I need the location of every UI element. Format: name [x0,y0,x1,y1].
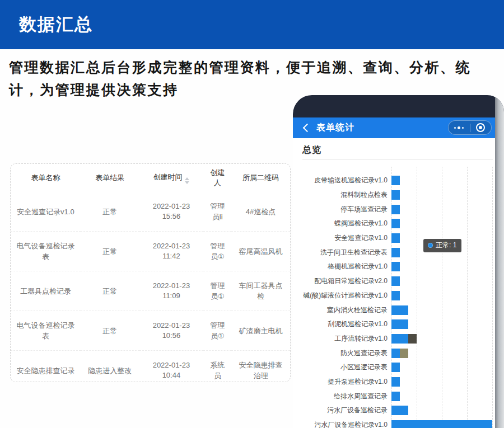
chart-bar-label: 格栅机巡检记录v1.0 [293,262,391,271]
chart-bar[interactable] [391,363,400,372]
exit-button[interactable] [470,121,492,134]
column-header-label: 所属二维码 [242,173,279,182]
chart-bar[interactable] [391,420,492,428]
chart-row: 室内消火栓巡检记录 [293,303,495,317]
cell-name: 安全巡查记录v1.0 [11,192,81,232]
more-button[interactable] [449,121,470,134]
chart-bar[interactable] [391,219,400,228]
chart-bar-label: 混料制粒点检表 [293,190,391,200]
chart-bar-group [391,406,408,415]
column-header: 所属二维码 [231,164,290,192]
phone-screen: 总览 正常: 1 皮带输送机巡检记录v1.0混料制粒点检表停车场巡查记录蝶阀巡检… [293,144,495,428]
chart-bar-label: 停车场巡查记录 [293,205,391,214]
created-clock: 10:56 [144,331,199,341]
table-row[interactable]: 安全巡查记录v1.0正常2022-01-2315:56管理员li4#巡检点 [11,192,290,232]
created-date: 2022-01-23 [144,281,199,291]
chart-bar-label: 皮带输送机巡检记录v1.0 [293,176,391,185]
created-date: 2022-01-23 [144,321,199,331]
back-button[interactable] [301,122,313,134]
chart-bar-label: 安全巡查记录v1.0 [293,233,391,243]
chart-bar[interactable] [391,377,400,387]
column-header-label: 创建时间 [153,173,182,181]
chart-bar[interactable] [391,334,408,344]
chart-bar[interactable] [391,262,400,271]
chart-bar[interactable] [391,392,400,401]
chart-row: 停车场巡查记录 [293,202,495,217]
chart-row: 格栅机巡检记录v1.0 [293,260,495,274]
cell-name: 电气设备巡检记录表 [11,311,81,351]
overview-title: 总览 [302,144,495,156]
chart-bar-label: 刮泥机巡检记录v1.0 [293,319,391,329]
table-row[interactable]: 工器具点检记录正常2022-01-2311:09管理员①车间工器具点检 [11,271,290,311]
chart-bar-group [391,262,400,271]
chart-bar-extra[interactable] [408,334,417,344]
chart-row: 碱(酸)罐液位计巡检记录v1.0 [293,289,495,303]
chart-bar-label: 配电箱日常巡检记录v2.0 [293,276,391,286]
table-row[interactable]: 电气设备巡检记录表正常2022-01-2311:42管理员①窑尾高温风机 [11,232,290,271]
column-header: 表单结果 [81,164,139,192]
ellipsis-icon [458,126,460,129]
chart-bar[interactable] [391,305,408,315]
bar-chart: 正常: 1 皮带输送机巡检记录v1.0混料制粒点检表停车场巡查记录蝶阀巡检记录v… [293,173,495,428]
column-header[interactable]: 创建时间 [139,164,204,192]
chart-bar[interactable] [391,291,400,300]
chart-bar[interactable] [391,319,408,329]
cell-qrcode: 窑尾高温风机 [231,232,290,271]
cell-created-time: 2022-01-2311:42 [139,232,204,271]
created-clock: 11:42 [144,251,199,261]
cell-name: 安全隐患排查记录 [11,351,81,383]
chart-row: 污水厂设备巡检记录 [293,403,495,418]
chart-bar[interactable] [391,276,400,286]
chart-bar-label: 防火巡查记录表 [293,349,391,358]
chart-bar[interactable] [391,248,400,257]
chart-row: 洗手间卫生检查记录表 [293,245,495,260]
chart-row: 混料制粒点检表 [293,188,495,203]
cell-created-time: 2022-01-2315:56 [139,192,204,232]
chart-bar[interactable] [391,233,400,243]
description-text: 管理数据汇总后台形成完整的管理资料，便于追溯、查询、分析、统计，为管理提供决策支… [9,56,496,101]
phone-edge-bezel [495,95,504,428]
chart-bar[interactable] [391,190,400,200]
chart-bar[interactable] [391,176,400,185]
chart-bar-group [391,420,492,428]
chart-bar-group [391,190,400,200]
chart-bar-label: 工序流转记录v1.0 [293,334,391,344]
cell-qrcode: 车间工器具点检 [231,271,290,311]
cell-result: 正常 [81,311,139,351]
chart-bar[interactable] [391,406,408,415]
forms-data-table: 表单名称表单结果创建时间创建人所属二维码 安全巡查记录v1.0正常2022-01… [11,164,290,382]
chart-bar-label: 室内消火栓巡检记录 [293,305,391,315]
capsule-menu [448,120,492,135]
cell-name: 电气设备巡检记录表 [11,232,81,271]
column-header-label: 表单结果 [95,173,124,182]
created-clock: 11:09 [144,291,199,301]
cell-creator: 管理员li [203,192,231,232]
chart-row: 小区巡逻记录表 [293,360,495,375]
created-date: 2022-01-23 [144,241,199,251]
table-row[interactable]: 安全隐患排查记录隐患进入整改2022-01-2310:44系统员安全隐患排查治理 [11,351,290,383]
cell-created-time: 2022-01-2311:09 [139,271,204,311]
chart-bar-group [391,305,408,315]
chart-bar-group [391,319,408,329]
page-title: 数据汇总 [19,13,93,36]
created-clock: 15:56 [144,211,199,222]
tooltip-text: 正常: 1 [436,241,456,250]
divider [302,159,493,160]
chart-bar-group [391,219,400,228]
chart-bar[interactable] [391,205,400,214]
chart-bar-group [391,291,400,300]
chart-row: 皮带输送机巡检记录v1.0 [293,173,495,188]
cell-qrcode: 矿渣磨主电机 [231,311,290,351]
chart-bar-group [391,276,400,286]
chart-bar[interactable] [391,349,400,358]
column-header: 创建人 [203,164,231,192]
column-header: 表单名称 [11,164,81,192]
cell-created-time: 2022-01-2310:44 [139,351,204,383]
phone-navbar: 表单统计 [293,117,504,138]
sort-caret-icon[interactable] [185,177,189,184]
chart-bar-group [391,334,417,344]
table-row[interactable]: 电气设备巡检记录表正常2022-01-2310:56管理员①矿渣磨主电机 [11,311,290,351]
chart-bar-group [391,205,400,214]
chart-bar-label: 污水厂设备巡检记录v1.0 [293,420,391,428]
chart-bar-extra[interactable] [400,349,408,358]
